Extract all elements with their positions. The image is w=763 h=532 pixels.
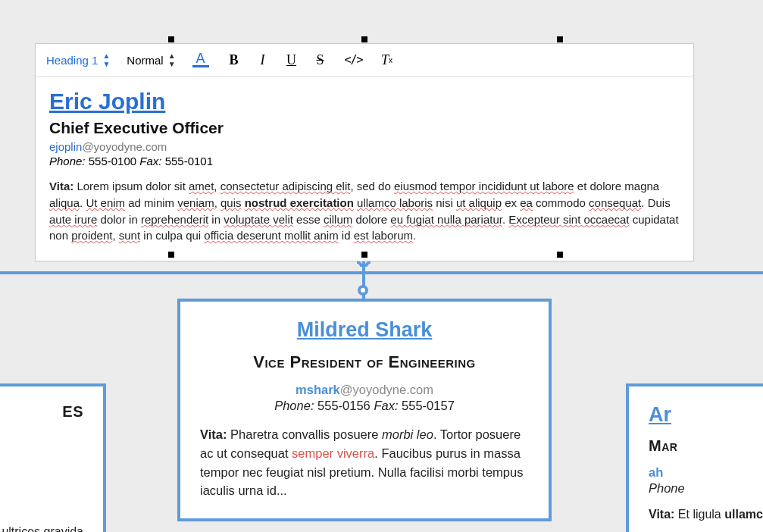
bold-button[interactable]: B bbox=[226, 52, 242, 68]
org-card-mildred-shark[interactable]: Mildred Shark Vice President of Engineer… bbox=[177, 299, 552, 521]
person-email: mshark@yoyodyne.com bbox=[200, 383, 529, 397]
format-group: B I U S bbox=[226, 52, 329, 68]
person-vita: Vita: Lorem ipsum dolor sit amet, consec… bbox=[49, 178, 680, 244]
org-card-partial-left[interactable]: ES e ultrices gravida bbox=[0, 383, 106, 532]
inline-format-label: Normal bbox=[127, 54, 163, 67]
person-vita: Vita: Pharetra convallis posuere morbi l… bbox=[200, 425, 529, 500]
org-connector-ring bbox=[358, 285, 368, 296]
code-button[interactable]: </> bbox=[346, 53, 362, 67]
chevron-updown-icon: ▲▼ bbox=[102, 52, 110, 68]
person-name-heading: Mildred Shark bbox=[200, 318, 529, 342]
person-phone: Phone: 555-0100 Fax: 555-0101 bbox=[49, 155, 680, 167]
phone-fragment: Phone bbox=[649, 481, 763, 496]
rich-text-toolbar: Heading 1 ▲▼ Normal ▲▼ A B I U S </> Tx bbox=[36, 44, 693, 77]
person-email: ejoplin@yoyodyne.com bbox=[49, 140, 680, 153]
strike-button[interactable]: S bbox=[312, 52, 329, 68]
vita-fragment: Vita: Et ligula ullamcor bbox=[649, 508, 763, 521]
person-phone: Phone: 555-0156 Fax: 555-0157 bbox=[200, 399, 529, 413]
person-name-fragment: Ar bbox=[649, 403, 763, 427]
editor-content[interactable]: Eric Joplin Chief Executive Officer ejop… bbox=[36, 77, 693, 261]
chevron-updown-icon: ▲▼ bbox=[168, 52, 176, 68]
person-title: Vice President of Engineering bbox=[200, 352, 529, 372]
inline-format-picker[interactable]: Normal ▲▼ bbox=[127, 52, 175, 68]
person-title-fragment: ES bbox=[0, 403, 83, 421]
text-color-button[interactable]: A bbox=[192, 52, 209, 67]
org-card-partial-right[interactable]: Ar Mar ah Phone Vita: Et ligula ullamcor bbox=[626, 383, 763, 532]
org-connector-horizontal bbox=[0, 271, 763, 274]
block-format-picker[interactable]: Heading 1 ▲▼ bbox=[46, 52, 110, 68]
block-format-label: Heading 1 bbox=[46, 54, 98, 67]
underline-button[interactable]: U bbox=[283, 52, 300, 68]
person-title-fragment: Mar bbox=[649, 437, 763, 455]
italic-button[interactable]: I bbox=[255, 52, 271, 68]
person-name-heading: Eric Joplin bbox=[49, 89, 680, 114]
editor-panel: Heading 1 ▲▼ Normal ▲▼ A B I U S </> Tx … bbox=[35, 43, 694, 261]
person-title: Chief Executive Officer bbox=[49, 119, 680, 137]
vita-fragment: e ultrices gravida bbox=[0, 525, 83, 532]
clear-format-button[interactable]: Tx bbox=[379, 52, 396, 68]
email-fragment: ah bbox=[649, 465, 763, 480]
